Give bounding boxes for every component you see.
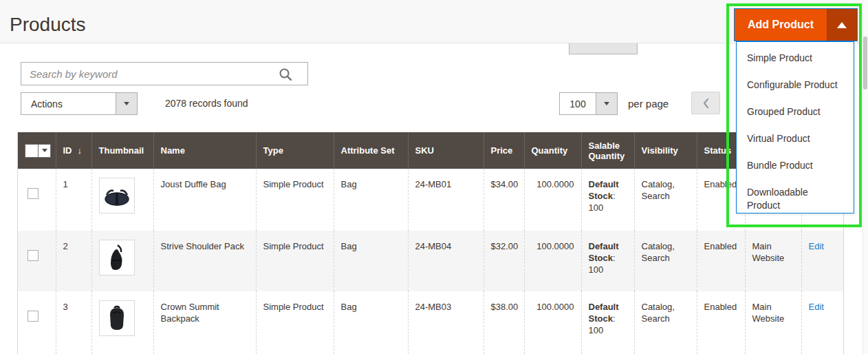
cell-sku: 24-MB03 [408,291,484,354]
menu-item-downloadable-product[interactable]: Downloadable Product [737,179,854,219]
backpack-image [106,305,128,331]
search-input[interactable] [21,63,307,85]
cell-quantity: 100.0000 [524,169,581,231]
cell-name: Joust Duffle Bag [153,169,256,231]
page-size-dropdown[interactable]: 100 [559,92,618,115]
column-header-attribute-set[interactable]: Attribute Set [334,132,408,169]
cell-sku: 24-MB04 [408,231,484,291]
row-checkbox[interactable] [28,250,39,261]
vertical-scrollbar[interactable] [862,0,868,354]
select-all-header [18,132,56,169]
column-header-thumbnail[interactable]: Thumbnail [91,132,153,169]
column-header-sku[interactable]: SKU [408,132,484,169]
cell-salable-quantity: Default Stock: 100 [581,291,634,354]
column-header-visibility[interactable]: Visibility [634,132,697,169]
column-header-quantity[interactable]: Quantity [524,132,581,169]
menu-item-configurable-product[interactable]: Configurable Product [737,72,854,98]
column-header-salable-quantity[interactable]: Salable Quantity [581,132,634,169]
cell-attribute-set: Bag [334,291,408,354]
row-checkbox[interactable] [28,311,39,322]
select-all-checkbox[interactable] [25,145,39,157]
products-grid: ID↓ Thumbnail Name Type Attribute Set SK… [17,132,844,354]
page-size-value: 100 [560,93,596,114]
sort-descending-icon: ↓ [78,145,83,156]
cell-id: 1 [56,169,91,231]
row-checkbox[interactable] [28,188,39,199]
cell-name: Crown Summit Backpack [153,291,256,354]
cell-thumbnail [91,169,153,231]
menu-item-simple-product[interactable]: Simple Product [737,45,854,72]
cell-price: $32.00 [484,231,524,291]
add-product-toggle[interactable] [827,9,857,41]
menu-item-grouped-product[interactable]: Grouped Product [737,98,854,125]
page-size-arrow[interactable] [596,93,617,114]
add-product-split-button: Add Product [734,8,858,41]
cell-sku: 24-MB01 [408,169,484,231]
shoulder-pack-image [108,244,126,271]
scrollbar-thumb[interactable] [863,37,867,90]
product-thumbnail [99,178,135,214]
cell-price: $38.00 [484,291,524,354]
column-header-id[interactable]: ID↓ [56,132,91,169]
cell-salable-quantity: Default Stock: 100 [581,169,634,231]
column-header-price[interactable]: Price [484,132,524,169]
product-thumbnail [99,240,135,275]
actions-dropdown-label: Actions [21,93,116,114]
edit-link[interactable]: Edit [809,241,824,251]
chevron-down-icon [604,102,609,105]
cell-visibility: Catalog, Search [634,231,697,291]
cell-quantity: 100.0000 [524,291,581,354]
product-thumbnail [99,300,135,336]
table-row: 2 Strive Shoulder Pack Simple Product Ba… [18,231,843,291]
select-all-control[interactable] [25,144,51,158]
cell-websites: Main Website [745,231,801,291]
cell-name: Strive Shoulder Pack [153,231,256,291]
table-row: 1 Joust Duffle Bag Simple Product [18,169,843,231]
cell-type: Simple Product [256,291,334,354]
chevron-down-icon [124,102,129,105]
previous-page-button[interactable] [691,92,720,114]
cell-price: $34.00 [484,169,524,231]
column-header-name[interactable]: Name [153,132,256,169]
search-icon[interactable] [279,67,292,81]
actions-dropdown[interactable]: Actions [21,92,138,115]
table-row: 3 Crown Summit Backpack Simple Product B… [18,291,843,354]
actions-dropdown-arrow[interactable] [116,93,137,114]
chevron-left-icon [702,98,710,109]
cell-id: 2 [56,231,91,291]
cell-visibility: Catalog, Search [634,291,697,354]
cell-quantity: 100.0000 [524,231,581,291]
records-count: 2078 records found [165,98,248,109]
partial-view-control[interactable] [569,43,638,54]
cell-attribute-set: Bag [334,231,408,291]
menu-item-virtual-product[interactable]: Virtual Product [737,125,854,152]
cell-status: Enabled [697,291,745,354]
page-title: Products [10,14,86,36]
duffle-bag-image [102,185,131,206]
chevron-up-icon [837,22,847,28]
chevron-down-icon [42,149,47,152]
select-all-arrow[interactable] [39,145,50,157]
cell-type: Simple Product [256,231,334,291]
add-product-menu: Simple Product Configurable Product Grou… [736,41,854,214]
cell-websites: Main Website [745,291,801,354]
per-page-label: per page [628,98,669,110]
keyword-search [21,62,308,85]
cell-thumbnail [91,231,153,291]
grid-header-row: ID↓ Thumbnail Name Type Attribute Set SK… [18,132,843,169]
cell-attribute-set: Bag [334,169,408,231]
cell-visibility: Catalog, Search [634,169,697,231]
cell-salable-quantity: Default Stock: 100 [581,231,634,291]
cell-status: Enabled [697,231,745,291]
cell-thumbnail [91,291,153,354]
cell-type: Simple Product [256,169,334,231]
column-header-type[interactable]: Type [256,132,334,169]
add-product-button[interactable]: Add Product [735,9,827,41]
products-admin-page: Products Actions 2078 records found 100 … [0,0,868,354]
edit-link[interactable]: Edit [809,302,824,312]
cell-id: 3 [56,291,91,354]
menu-item-bundle-product[interactable]: Bundle Product [737,152,854,179]
